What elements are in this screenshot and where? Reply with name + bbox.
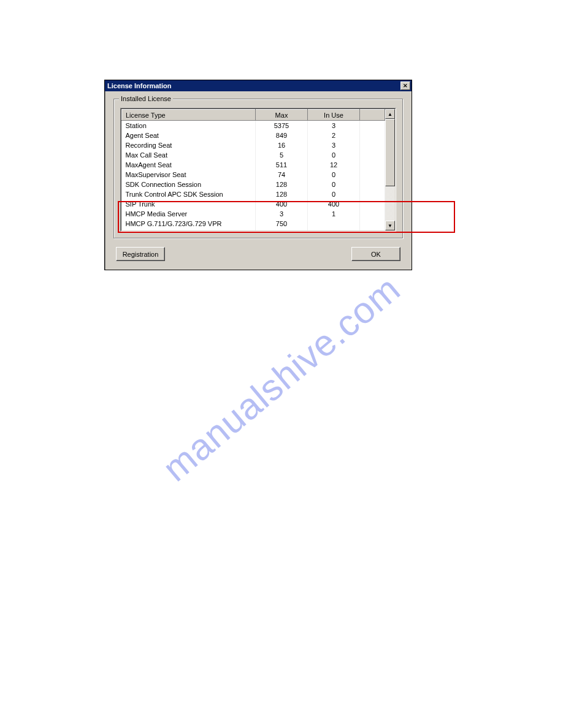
cell-spacer <box>360 160 385 170</box>
watermark-text: manualshive.com <box>155 267 408 490</box>
cell-license-type: SDK Connection Session <box>122 180 256 189</box>
cell-in-use: 1 <box>308 209 360 219</box>
license-listview[interactable]: License Type Max In Use Station53753Agen… <box>120 108 396 232</box>
col-in-use[interactable]: In Use <box>308 110 360 121</box>
table-row[interactable]: HMCP G.711/G.723/G.729 VPR750 <box>122 219 385 229</box>
table-row[interactable]: HMCP Agent Supervision Session60 <box>122 229 385 231</box>
installed-license-groupbox: Installed License <box>113 99 403 238</box>
close-icon: ✕ <box>403 83 408 89</box>
scrollbar-thumb[interactable] <box>385 119 395 186</box>
cell-in-use: 3 <box>308 140 360 150</box>
cell-in-use: 0 <box>308 170 360 180</box>
cell-in-use: 12 <box>308 160 360 170</box>
cell-spacer <box>360 180 385 189</box>
cell-in-use: 2 <box>308 131 360 140</box>
cell-spacer <box>360 140 385 150</box>
cell-license-type: HMCP Media Server <box>122 209 256 219</box>
cell-in-use: 0 <box>308 189 360 199</box>
cell-license-type: Max Call Seat <box>122 150 256 160</box>
cell-max: 849 <box>256 131 308 140</box>
cell-max: 5 <box>256 150 308 160</box>
button-row: Registration OK <box>113 247 403 261</box>
ok-button[interactable]: OK <box>351 247 400 261</box>
cell-max: 511 <box>256 160 308 170</box>
table-row[interactable]: Recording Seat163 <box>122 140 385 150</box>
cell-spacer <box>360 229 385 231</box>
cell-in-use: 0 <box>308 150 360 160</box>
col-license-type[interactable]: License Type <box>122 110 256 121</box>
cell-max: 5375 <box>256 121 308 131</box>
table-row[interactable]: SDK Connection Session1280 <box>122 180 385 189</box>
close-button[interactable]: ✕ <box>400 82 410 90</box>
dialog-body: Installed License <box>105 91 412 270</box>
chevron-down-icon: ▼ <box>388 223 393 229</box>
cell-spacer <box>360 219 385 229</box>
cell-spacer <box>360 150 385 160</box>
scroll-down-button[interactable]: ▼ <box>385 221 395 230</box>
table-row[interactable]: Station53753 <box>122 121 385 131</box>
col-max[interactable]: Max <box>256 110 308 121</box>
cell-license-type: MaxSupervisor Seat <box>122 170 256 180</box>
cell-spacer <box>360 189 385 199</box>
table-row[interactable]: MaxAgent Seat51112 <box>122 160 385 170</box>
chevron-up-icon: ▲ <box>388 112 393 117</box>
license-table: License Type Max In Use Station53753Agen… <box>121 109 385 230</box>
cell-in-use: 3 <box>308 121 360 131</box>
cell-license-type: SIP Trunk <box>122 199 256 209</box>
license-information-dialog: License Information ✕ Installed License <box>104 80 412 270</box>
cell-max: 400 <box>256 199 308 209</box>
cell-license-type: Trunk Control APC SDK Session <box>122 189 256 199</box>
registration-button[interactable]: Registration <box>116 247 165 261</box>
cell-in-use <box>308 219 360 229</box>
cell-license-type: Agent Seat <box>122 131 256 140</box>
dialog-title: License Information <box>107 82 172 89</box>
cell-max: 750 <box>256 219 308 229</box>
table-row[interactable]: Agent Seat8492 <box>122 131 385 140</box>
cell-spacer <box>360 121 385 131</box>
cell-in-use: 0 <box>308 180 360 189</box>
cell-license-type: Station <box>122 121 256 131</box>
scrollbar-track[interactable] <box>385 186 395 221</box>
col-spacer <box>360 110 385 121</box>
cell-spacer <box>360 170 385 180</box>
table-row[interactable]: Max Call Seat50 <box>122 150 385 160</box>
groupbox-label: Installed License <box>119 95 173 102</box>
cell-max: 74 <box>256 170 308 180</box>
cell-in-use: 400 <box>308 199 360 209</box>
cell-spacer <box>360 199 385 209</box>
table-row[interactable]: SIP Trunk400400 <box>122 199 385 209</box>
cell-license-type: Recording Seat <box>122 140 256 150</box>
cell-spacer <box>360 131 385 140</box>
cell-max: 60 <box>256 229 308 231</box>
cell-license-type: MaxAgent Seat <box>122 160 256 170</box>
cell-max: 16 <box>256 140 308 150</box>
table-row[interactable]: Trunk Control APC SDK Session1280 <box>122 189 385 199</box>
table-row[interactable]: HMCP Media Server31 <box>122 209 385 219</box>
cell-max: 128 <box>256 189 308 199</box>
table-row[interactable]: MaxSupervisor Seat740 <box>122 170 385 180</box>
cell-license-type: HMCP G.711/G.723/G.729 VPR <box>122 219 256 229</box>
cell-max: 3 <box>256 209 308 219</box>
cell-spacer <box>360 209 385 219</box>
cell-in-use <box>308 229 360 231</box>
cell-max: 128 <box>256 180 308 189</box>
scroll-up-button[interactable]: ▲ <box>385 109 395 119</box>
titlebar[interactable]: License Information ✕ <box>105 80 412 91</box>
cell-license-type: HMCP Agent Supervision Session <box>122 229 256 231</box>
vertical-scrollbar[interactable]: ▲ ▼ <box>385 109 395 230</box>
